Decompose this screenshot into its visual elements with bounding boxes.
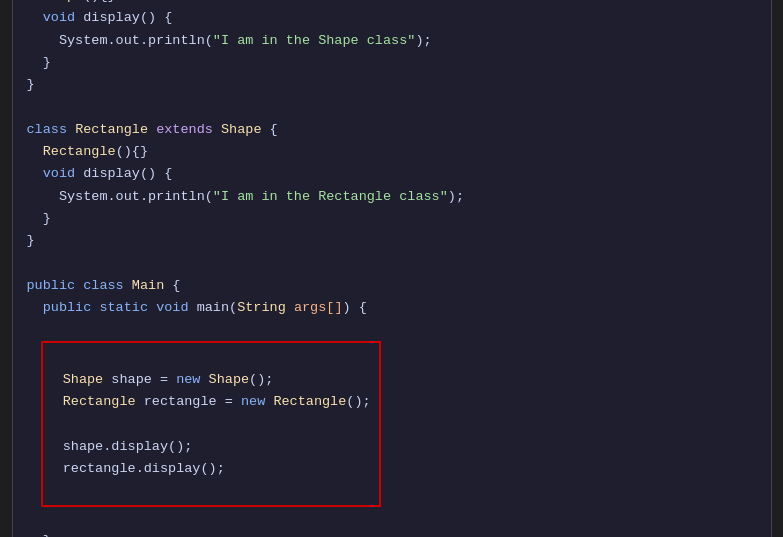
line-blank-2 [27, 255, 35, 270]
highlighted-block: Shape shape = new Shape(); Rectangle rec… [41, 341, 381, 507]
line-20: shape.display(); [47, 439, 193, 454]
line-8: class Rectangle extends Shape { [27, 122, 278, 137]
line-6: } [27, 77, 35, 92]
line-blank-1 [27, 100, 35, 115]
line-10: void display() { [27, 166, 173, 181]
highlighted-code: Shape shape = new Shape(); Rectangle rec… [47, 346, 371, 502]
line-21: rectangle.display(); [47, 461, 225, 476]
line-9: Rectangle(){} [27, 144, 149, 159]
code-footer: } } [27, 507, 757, 537]
line-12: } [27, 211, 51, 226]
code-content: class Shape { Shape(){} void display() {… [27, 0, 757, 341]
line-16: public static void main(String args[]) { [27, 300, 367, 315]
line-18: Rectangle rectangle = new Rectangle(); [47, 394, 371, 409]
line-2: Shape(){} [27, 0, 116, 3]
code-editor: class Shape { Shape(){} void display() {… [12, 0, 772, 537]
line-3: void display() { [27, 10, 173, 25]
line-15: public class Main { [27, 278, 181, 293]
line-blank-3 [47, 416, 55, 431]
line-11: System.out.println("I am in the Rectangl… [27, 189, 465, 204]
line-4: System.out.println("I am in the Shape cl… [27, 33, 432, 48]
line-22: } [27, 533, 51, 537]
line-17: Shape shape = new Shape(); [47, 372, 274, 387]
line-5: } [27, 55, 51, 70]
line-13: } [27, 233, 35, 248]
